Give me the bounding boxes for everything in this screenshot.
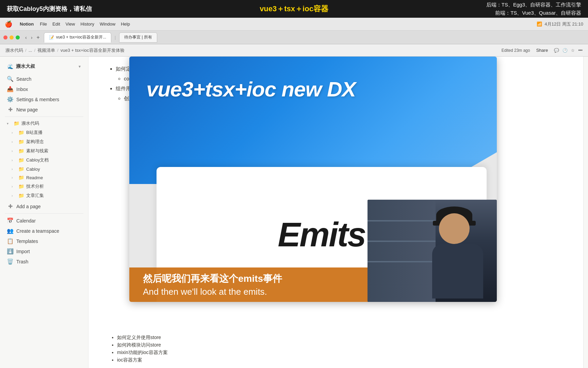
sidebar-item-inbox[interactable]: 📥 Inbox bbox=[2, 84, 86, 94]
breadcrumb-ellipsis[interactable]: ... bbox=[29, 48, 32, 53]
more-options-icon[interactable]: ••• bbox=[578, 48, 583, 53]
clock-display: 4月12日 周五 21:10 bbox=[545, 21, 583, 27]
sidebar-templates-label: Templates bbox=[16, 239, 38, 244]
breadcrumb: 濒水代码 / ... / 视频清单 / vue3 + tsx+ioc容器全新开发… bbox=[5, 47, 125, 53]
workspace-header[interactable]: 🌊 濒水大叔 ▾ bbox=[5, 61, 83, 72]
sidebar-item-templates[interactable]: 📋 Templates bbox=[2, 236, 86, 246]
breadcrumb-video[interactable]: 视频清单 bbox=[37, 47, 55, 53]
folder-icon-jishu: 📁 bbox=[18, 184, 24, 189]
menu-help[interactable]: Help bbox=[121, 21, 130, 27]
sidebar-trash-label: Trash bbox=[16, 259, 28, 264]
sidebar-item-settings[interactable]: ⚙️ Settings & members bbox=[2, 94, 86, 104]
below-bullet-crossmodule: 如何跨模块访问store bbox=[117, 342, 563, 348]
sidebar-item-sucai[interactable]: › 📁 素材与线索 bbox=[2, 147, 86, 155]
tab-todo[interactable]: 待办事宜 | 所有 bbox=[119, 32, 157, 43]
wifi-icon: 📶 bbox=[537, 21, 542, 27]
share-button[interactable]: Share bbox=[534, 47, 551, 53]
below-bullet-text-ioc: ioc容器方案 bbox=[117, 357, 142, 363]
sidebar-item-binshuicode[interactable]: ▾ 📁 濒水代码 bbox=[2, 119, 86, 128]
webcam-video bbox=[368, 200, 497, 302]
below-bullet-ioc: ioc容器方案 bbox=[117, 357, 563, 363]
menu-edit[interactable]: Edit bbox=[52, 21, 60, 27]
sidebar-item-jiagou[interactable]: › 📁 架构理念 bbox=[2, 137, 86, 146]
folder-icon-readme: 📁 bbox=[18, 175, 24, 180]
person-head bbox=[439, 213, 470, 244]
back-button[interactable]: ‹ bbox=[24, 34, 28, 41]
person-body bbox=[432, 244, 483, 298]
folder-icon-jiagou: 📁 bbox=[18, 139, 24, 144]
menu-view[interactable]: View bbox=[66, 21, 75, 27]
expand-icon-cabloydoc: › bbox=[12, 158, 16, 162]
scrollbar-panel bbox=[583, 57, 588, 368]
expand-icon-readme: › bbox=[12, 176, 16, 180]
sidebar-item-readme[interactable]: › 📁 Readme bbox=[2, 173, 86, 182]
below-bullet-store: 如何定义并使用store bbox=[117, 335, 563, 341]
sidebar-item-calendar[interactable]: 📅 Calendar bbox=[2, 216, 86, 226]
slide-emits-text: Emits bbox=[278, 215, 365, 254]
sidebar-workspace: 🌊 濒水大叔 ▾ bbox=[0, 59, 88, 74]
nav-arrows: ‹ › bbox=[24, 34, 34, 41]
menu-file[interactable]: File bbox=[40, 21, 47, 27]
add-page-icon: ✚ bbox=[7, 203, 14, 210]
address-bar-actions: Edited 23m ago Share 💬 🕐 ☆ ••• bbox=[502, 47, 583, 53]
expand-icon-wenzhang: › bbox=[12, 194, 16, 198]
sidebar-item-new-page[interactable]: ✚ New page bbox=[2, 105, 86, 114]
mac-menu-bar: File Edit View History Window Help bbox=[40, 21, 130, 27]
expand-icon-sucai: › bbox=[12, 149, 16, 153]
sidebar-item-wenzhang[interactable]: › 📁 文章汇集 bbox=[2, 191, 86, 200]
add-icon: ✚ bbox=[7, 106, 14, 113]
tree-label-readme: Readme bbox=[26, 175, 43, 180]
workspace-name: 濒水大叔 bbox=[16, 63, 35, 70]
apple-logo-icon: 🍎 bbox=[5, 20, 12, 28]
inbox-icon: 📥 bbox=[7, 86, 14, 92]
video-player[interactable]: vue3+tsx+ioc new DX Emits 然后呢我们再来看这个emit… bbox=[129, 57, 497, 302]
main-layout: 🌊 濒水大叔 ▾ 🔍 Search 📥 Inbox ⚙️ Settings & … bbox=[0, 57, 588, 368]
clock-icon[interactable]: 🕐 bbox=[562, 48, 568, 53]
sidebar-search-label: Search bbox=[16, 76, 31, 82]
star-icon[interactable]: ☆ bbox=[571, 48, 575, 53]
sidebar-item-bzb[interactable]: › 📁 B站直播 bbox=[2, 128, 86, 137]
new-tab-button[interactable]: + bbox=[36, 34, 39, 41]
sidebar-item-search[interactable]: 🔍 Search bbox=[2, 74, 86, 84]
sidebar-item-import[interactable]: ⬇️ Import bbox=[2, 246, 86, 256]
sidebar-item-teamspace[interactable]: 👥 Create a teamspace bbox=[2, 226, 86, 236]
folder-icon-wenzhang: 📁 bbox=[18, 193, 24, 198]
sidebar-item-jishu[interactable]: › 📁 技术分析 bbox=[2, 182, 86, 191]
banner-title: vue3＋tsx＋ioc容器 bbox=[260, 4, 328, 13]
webcam-overlay bbox=[368, 200, 497, 302]
sidebar-inbox-label: Inbox bbox=[16, 87, 28, 92]
tab-separator: | bbox=[113, 35, 118, 40]
import-icon: ⬇️ bbox=[7, 248, 14, 255]
sidebar-item-add-page[interactable]: ✚ Add a page bbox=[2, 201, 86, 211]
breadcrumb-sep-1: / bbox=[25, 48, 27, 53]
top-banner: 获取Cabloy5内测资格，请私信 vue3＋tsx＋ioc容器 后端：TS、E… bbox=[0, 0, 588, 18]
sidebar-item-cabloy[interactable]: › 📁 Cabloy bbox=[2, 165, 86, 173]
sidebar-item-trash[interactable]: 🗑️ Trash bbox=[2, 257, 86, 266]
forward-button[interactable]: › bbox=[30, 34, 34, 41]
comment-icon[interactable]: 💬 bbox=[554, 48, 559, 53]
menu-history[interactable]: History bbox=[80, 21, 94, 27]
sidebar-newpage-label: New page bbox=[16, 107, 38, 112]
folder-icon-sucai: 📁 bbox=[18, 148, 24, 154]
close-window-button[interactable] bbox=[3, 35, 7, 40]
tab-vue3-tsx[interactable]: 📝 vue3 + tsx+ioc容器全新开... bbox=[44, 32, 111, 43]
app-name-menu[interactable]: Notion bbox=[20, 21, 34, 27]
sidebar-calendar-label: Calendar bbox=[16, 218, 36, 224]
tree-label-jiagou: 架构理念 bbox=[26, 139, 44, 145]
folder-icon-cabloydoc: 📁 bbox=[18, 157, 24, 163]
workspace-chevron: ▾ bbox=[79, 64, 81, 69]
expand-icon-cabloy: › bbox=[12, 167, 16, 171]
workspace-icon: 🌊 bbox=[7, 64, 13, 69]
templates-icon: 📋 bbox=[7, 238, 14, 244]
menu-window[interactable]: Window bbox=[100, 21, 115, 27]
breadcrumb-current: vue3 + tsx+ioc容器全新开发体验 bbox=[61, 47, 125, 53]
tab-todo-title: 待办事宜 | 所有 bbox=[124, 34, 152, 40]
tree-label-binshuicode: 濒水代码 bbox=[21, 120, 39, 126]
below-bullet-mixin: mixin功能的ioc容器方案 bbox=[117, 350, 563, 356]
minimize-window-button[interactable] bbox=[10, 35, 14, 40]
expand-icon: › bbox=[12, 131, 16, 135]
maximize-window-button[interactable] bbox=[16, 35, 20, 40]
breadcrumb-root[interactable]: 濒水代码 bbox=[5, 47, 23, 53]
sidebar-import-label: Import bbox=[16, 249, 30, 254]
sidebar-item-cabloy-doc[interactable]: › 📁 Cabloy文档 bbox=[2, 156, 86, 165]
